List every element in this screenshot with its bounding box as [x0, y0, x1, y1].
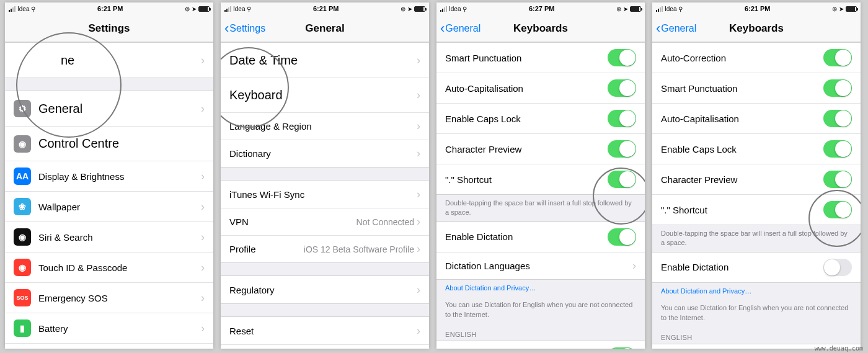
toggle-switch[interactable]: [608, 347, 636, 349]
nav-bar: ‹General Keyboards: [436, 15, 645, 42]
clock: 6:21 PM: [745, 5, 771, 12]
row-general[interactable]: ⚙ General ›: [5, 91, 213, 126]
toggle-switch[interactable]: [823, 201, 852, 218]
clock: 6:27 PM: [529, 5, 555, 12]
back-button[interactable]: ‹General: [440, 22, 480, 35]
row-battery[interactable]: ▮ Battery ›: [5, 313, 213, 343]
row-date-time[interactable]: Date & Time›: [221, 43, 429, 78]
row-reset[interactable]: Reset›: [221, 317, 429, 344]
toggle-switch[interactable]: [608, 110, 636, 127]
section-header: English: [436, 323, 645, 341]
screenshot-3-keyboards-on: Idea ⚲ 6:27 PM ⊚➤ ‹General Keyboards Sma…: [436, 2, 645, 349]
row-auto-capitalisation[interactable]: Auto-Capitalisation: [652, 103, 861, 133]
row-enable-dictation[interactable]: Enable Dictation: [652, 252, 861, 282]
toggle-switch[interactable]: [608, 228, 636, 246]
status-bar: Idea ⚲ 6:27 PM ⊚➤: [436, 2, 645, 15]
location-icon: ➤: [192, 6, 197, 12]
toggle-switch[interactable]: [608, 171, 636, 188]
row-enable-dictation[interactable]: Enable Dictation: [436, 222, 645, 252]
chevron-left-icon: ‹: [224, 22, 229, 35]
row-shortcut[interactable]: "." Shortcut: [436, 164, 645, 194]
row-caps-lock[interactable]: Enable Caps Lock: [436, 103, 645, 133]
row-shut-down[interactable]: Shut Down: [221, 344, 429, 349]
row-character-preview[interactable]: Character Preview: [652, 164, 861, 194]
row-dictionary[interactable]: Dictionary›: [221, 140, 429, 167]
toggle-switch[interactable]: [608, 49, 636, 66]
clock: 6:21 PM: [313, 5, 339, 12]
back-button[interactable]: ‹Settings: [224, 22, 265, 35]
row-shortcut[interactable]: "." Shortcut: [652, 194, 861, 225]
location-icon: ➤: [407, 6, 412, 12]
row-smart-punctuation[interactable]: Smart Punctuation: [436, 43, 645, 73]
signal-icon: [224, 6, 231, 12]
row-wallpaper[interactable]: ❀ Wallpaper ›: [5, 191, 213, 221]
row-auto-correction[interactable]: Auto-Correction: [652, 43, 861, 73]
nav-bar: ‹General Keyboards: [652, 15, 861, 42]
row-touchid[interactable]: ◉ Touch ID & Passcode ›: [5, 252, 213, 282]
footer-text: Double-tapping the space bar will insert…: [652, 225, 861, 252]
sos-icon: SOS: [14, 289, 31, 306]
chevron-right-icon: ›: [417, 284, 420, 297]
row-wifi-sync[interactable]: iTunes Wi-Fi Sync›: [221, 181, 429, 208]
chevron-right-icon: ›: [201, 200, 205, 213]
toggle-switch[interactable]: [823, 140, 852, 158]
footer-text: You can use Dictation for English when y…: [652, 300, 861, 326]
row-control-centre[interactable]: ◉ Control Centre: [5, 126, 213, 161]
about-dictation-link[interactable]: About Dictation and Privacy…: [436, 280, 645, 297]
chevron-right-icon: ›: [201, 170, 205, 183]
row-keyboard[interactable]: Keyboard›: [221, 78, 429, 112]
row-display[interactable]: AA Display & Brightness ›: [5, 161, 213, 191]
status-bar: Idea ⚲ 6:21 PM ⊚➤: [221, 2, 429, 15]
siri-icon: ◉: [14, 228, 31, 246]
footer-text: Double-tapping the space bar will insert…: [436, 195, 645, 221]
row-smart-punctuation[interactable]: Smart Punctuation: [652, 73, 861, 103]
back-button[interactable]: ‹General: [656, 22, 696, 35]
toggle-switch[interactable]: [608, 79, 636, 97]
battery-row-icon: ▮: [14, 319, 31, 337]
row-siri[interactable]: ◉ Siri & Search ›: [5, 221, 213, 252]
toggle-switch[interactable]: [823, 49, 852, 66]
chevron-right-icon: ›: [417, 54, 420, 67]
toggle-icon: ◉: [14, 135, 31, 153]
signal-icon: [9, 6, 16, 12]
wifi-icon: ⚲: [31, 6, 35, 12]
toggle-switch[interactable]: [823, 259, 852, 276]
page-title: Keyboards: [513, 22, 568, 35]
row-caps-lock[interactable]: Enable Caps Lock: [652, 133, 861, 164]
row-character-preview[interactable]: Character Preview: [436, 133, 645, 164]
status-bar: Idea ⚲ 6:21 PM ⊚➤: [5, 2, 213, 15]
chevron-right-icon: ›: [417, 215, 420, 228]
signal-icon: [656, 6, 663, 12]
row-auto-capitalisation[interactable]: Auto-Capitalisation: [436, 73, 645, 103]
chevron-right-icon: ›: [201, 292, 205, 305]
chevron-right-icon: ›: [417, 243, 420, 256]
row-language[interactable]: Language & Region›: [221, 112, 429, 140]
row-profile[interactable]: ProfileiOS 12 Beta Software Profile›: [221, 235, 429, 262]
row-vpn[interactable]: VPNNot Connected›: [221, 208, 429, 235]
carrier-label: Idea: [233, 6, 245, 12]
alarm-icon: ⊚: [616, 6, 621, 12]
row-sos[interactable]: SOS Emergency SOS ›: [5, 282, 213, 313]
wifi-icon: ⚲: [678, 6, 683, 12]
location-icon: ➤: [623, 6, 628, 12]
wallpaper-icon: ❀: [14, 198, 31, 215]
toggle-switch[interactable]: [823, 79, 852, 97]
row-privacy[interactable]: ✋ Privacy ›: [5, 343, 213, 349]
chevron-left-icon: ‹: [440, 22, 445, 35]
wifi-icon: ⚲: [463, 6, 467, 12]
toggle-switch[interactable]: [608, 140, 636, 158]
battery-icon: [414, 6, 425, 12]
gear-icon: ⚙: [14, 100, 31, 117]
row-regulatory[interactable]: Regulatory›: [221, 276, 429, 303]
row-check-spelling[interactable]: Check Spelling: [436, 341, 645, 349]
toggle-switch[interactable]: [823, 171, 852, 188]
location-icon: ➤: [839, 6, 844, 12]
row-dictation-languages[interactable]: Dictation Languages›: [436, 252, 645, 279]
status-bar: Idea ⚲ 6:21 PM ⊚➤: [652, 2, 861, 15]
about-dictation-link[interactable]: About Dictation and Privacy…: [652, 283, 861, 300]
battery-icon: [846, 6, 857, 12]
toggle-switch[interactable]: [823, 110, 852, 127]
row-signin[interactable]: Sign in to your iPhonene ›: [5, 43, 213, 78]
page-title: Settings: [88, 22, 130, 35]
chevron-right-icon: ›: [417, 188, 420, 201]
